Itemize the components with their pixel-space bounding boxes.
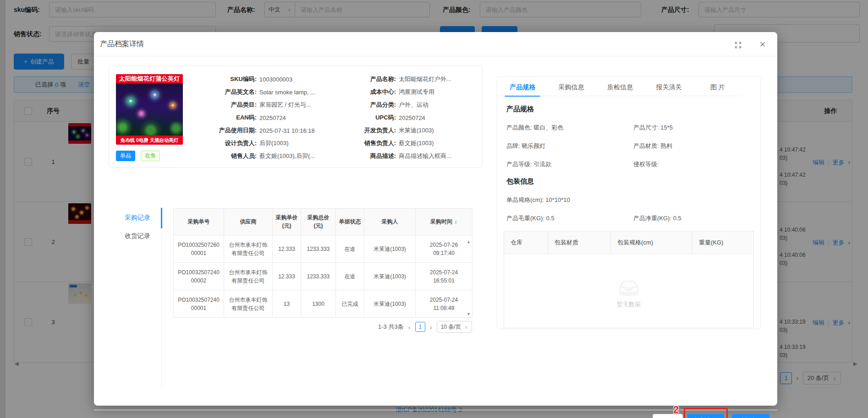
col-header: 包装规格(cm): [611, 231, 692, 254]
cell: 台州市承丰灯饰 有限责任公司: [224, 235, 273, 263]
col-header: 供应商: [224, 209, 273, 235]
info-label: 开发负责人:: [361, 126, 396, 135]
info-label: 销售人员:: [196, 152, 257, 160]
active-tab-underline: [505, 96, 540, 97]
info-label: 产品英文名:: [196, 88, 257, 96]
col-header: 采购人: [364, 209, 416, 235]
spec-row: 产品颜色: 暖白、彩色 产品尺寸: 15*5: [506, 124, 760, 132]
cell: 1233.333: [301, 263, 336, 290]
pack-row: 单品规格(cm): 10*10*10: [506, 196, 760, 204]
next-page-icon[interactable]: ›: [430, 323, 432, 331]
fullscreen-icon[interactable]: [735, 42, 742, 50]
page-size-value: 10 条/页: [441, 323, 461, 331]
cell: 2025-07-24 11:08:49: [416, 290, 472, 318]
spec-card: 产品规格 采购信息 质检信息 报关清关 图 片 产品规格 产品颜色: 暖白、彩色…: [497, 76, 761, 329]
spec-row: 品牌: 晓乐颜灯 产品材质: 熟料: [506, 142, 760, 150]
screen: sku编码: 产品名称: 中文 ∨ 产品颜色: 产品尺寸: 销售状态: + 创建…: [0, 0, 868, 418]
product-info-right: 产品名称:太阳能烟花灯户外... 成本中心:鸿展测试专用 产品分类:户外、运动 …: [361, 73, 478, 163]
copy-product-button[interactable]: 复制产品: [687, 414, 724, 418]
col-header: 重量(KG): [692, 231, 753, 254]
col-header: 包装材质: [548, 231, 611, 254]
purchase-table: 采购单号 供应商 采购单价 (元) 采购总价 (元) 单据状态 采购人 采购时间…: [173, 208, 472, 318]
product-summary-card: 太阳能烟花灯蒲公英灯 免布线 0电费 天黑自动亮灯 单品 在售 SKU编码:10…: [109, 65, 483, 168]
detail-tabs: 产品规格 采购信息 质检信息 报关清关 图 片: [498, 77, 742, 96]
scrollbar-up-icon[interactable]: ▲: [467, 239, 471, 244]
cell: 在途: [336, 263, 364, 290]
active-tab-indicator: [161, 208, 162, 228]
sort-icon[interactable]: ▲▼: [454, 220, 457, 224]
info-label: UPC码:: [361, 114, 396, 122]
info-label: 成本中心:: [361, 88, 396, 96]
empty-text: 暂无数据: [617, 300, 641, 309]
cell: 在途: [336, 235, 364, 263]
info-label: 销售负责人:: [361, 139, 396, 147]
tab-receipt-records[interactable]: 收货记录: [109, 228, 161, 244]
info-value: 2025-07-31 10:16:18: [259, 127, 315, 134]
modal-footer: 取 消 复制产品 编辑产品 2: [94, 410, 777, 418]
info-value: 蔡文姬(1003): [399, 139, 434, 147]
product-info-left: SKU编码:1003000003 产品英文名:Solar smoke lamp,…: [196, 73, 361, 163]
col-header-sortable[interactable]: 采购时间▲▼: [416, 209, 472, 235]
cell: 米莱迪(1003): [364, 263, 416, 290]
cell: 12.333: [273, 263, 301, 290]
cell: PO10032507240 00001: [174, 290, 224, 318]
info-value: 20250724: [399, 114, 425, 121]
annotation-step-badge: 2: [673, 404, 679, 416]
type-tag: 单品: [116, 151, 135, 161]
prev-page-icon[interactable]: ‹: [408, 323, 411, 331]
status-tag: 在售: [141, 151, 160, 161]
spec-row: 产品等级: 引流款 侵权等级:: [506, 160, 760, 168]
scrollbar-down-icon[interactable]: ▼: [467, 312, 471, 316]
spec-field: 产品材质: 熟料: [633, 142, 760, 150]
purchase-header-row: 采购单号 供应商 采购单价 (元) 采购总价 (元) 单据状态 采购人 采购时间…: [174, 209, 472, 235]
tab-purchase-info[interactable]: 采购信息: [547, 77, 595, 96]
col-header: 采购总价 (元): [301, 209, 336, 235]
tab-purchase-records[interactable]: 采购记录: [109, 210, 161, 226]
product-image-art: [116, 83, 183, 136]
info-value: 1003000003: [259, 76, 292, 83]
purchase-pagination: 1-3 共3条 ‹ 1 › 10 条/页 ∨: [378, 321, 472, 333]
page-size-select[interactable]: 10 条/页 ∨: [437, 321, 472, 333]
info-value: 户外、运动: [399, 101, 429, 109]
info-value: 家居园艺 / 灯光与...: [259, 101, 311, 109]
tab-customs[interactable]: 报关清关: [644, 77, 693, 96]
modal-header: 产品档案详情 ✕: [94, 32, 777, 56]
cell: 已完成: [336, 290, 364, 318]
cell: 13: [273, 290, 301, 318]
product-image-bottom-banner: 免布线 0电费 天黑自动亮灯: [116, 136, 183, 145]
pagination-total: 1-3 共3条: [378, 323, 404, 331]
col-header: 单据状态: [336, 209, 364, 235]
packaging-table: 仓库 包装材质 包装规格(cm) 重量(KG) 暂无数据: [504, 231, 754, 328]
info-value: 商品描述输入框商...: [399, 152, 451, 160]
cell: 台州市承丰灯饰 有限责任公司: [224, 290, 273, 318]
cell: 1300: [301, 290, 336, 318]
product-info: SKU编码:1003000003 产品英文名:Solar smoke lamp,…: [196, 73, 478, 163]
info-value: 蔡文姬(1003),后羿(...: [259, 152, 315, 160]
tab-images[interactable]: 图 片: [693, 77, 742, 96]
cell: 米莱迪(1003): [364, 290, 416, 318]
spec-field: 侵权等级:: [633, 160, 760, 168]
col-header: 采购单号: [174, 209, 224, 235]
cell: 12.333: [273, 235, 301, 263]
close-icon[interactable]: ✕: [759, 40, 766, 49]
info-label: 产品类目:: [196, 101, 257, 109]
info-label: 商品描述:: [361, 152, 396, 160]
pack-field: 单品规格(cm): 10*10*10: [506, 196, 633, 204]
cell: 2025-07-24 16:55:01: [416, 263, 472, 290]
chevron-down-icon: ∨: [465, 325, 468, 330]
tab-qc-info[interactable]: 质检信息: [596, 77, 644, 96]
records-section: 采购记录 收货记录 采购单号 供应商 采购单价 (元) 采购总价 (元): [109, 207, 483, 399]
info-value: Solar smoke lamp, ...: [259, 89, 315, 96]
tab-product-spec[interactable]: 产品规格: [498, 77, 547, 96]
modal-body: 太阳能烟花灯蒲公英灯 免布线 0电费 天黑自动亮灯 单品 在售 SKU编码:10…: [94, 56, 777, 385]
page-number[interactable]: 1: [415, 322, 425, 332]
cell: 1233.333: [301, 235, 336, 263]
empty-state: 暂无数据: [504, 254, 753, 328]
info-label: 产品分类:: [361, 101, 396, 109]
edit-product-button[interactable]: 编辑产品: [732, 414, 769, 418]
pack-field: 产品净重(KG): 0.5: [633, 214, 760, 223]
record-tabs: 采购记录 收货记录: [109, 207, 162, 387]
info-label: 设计负责人:: [196, 139, 257, 147]
info-value: 20250724: [259, 114, 286, 121]
modal-title: 产品档案详情: [100, 39, 144, 49]
